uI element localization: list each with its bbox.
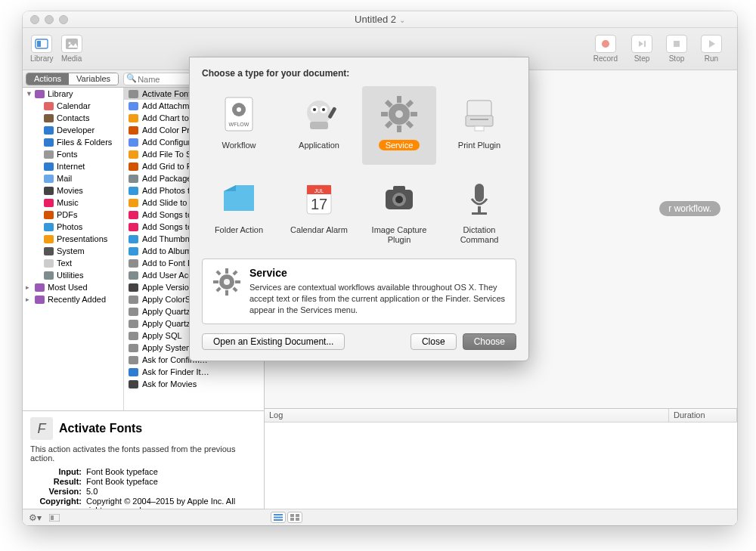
library-item[interactable]: Developer	[23, 124, 123, 136]
toolbar-media[interactable]: Media	[61, 35, 82, 63]
svg-rect-50	[393, 186, 405, 191]
tab-actions[interactable]: Actions	[26, 73, 69, 85]
svg-rect-59	[215, 271, 221, 276]
type-description-box: Service Services are contextual workflow…	[202, 258, 516, 324]
svg-rect-5	[644, 41, 646, 47]
info-title: Activate Fonts	[59, 422, 142, 435]
svg-point-22	[307, 101, 331, 125]
library-item[interactable]: ▼Library	[23, 88, 123, 100]
doctype-calendar-alarm[interactable]: JUL17Calendar Alarm	[282, 171, 356, 249]
doctype-application[interactable]: Application	[282, 86, 356, 165]
library-item[interactable]: Internet	[23, 160, 123, 172]
library-item[interactable]: Presentations	[23, 233, 123, 245]
svg-rect-33	[405, 120, 414, 128]
svg-rect-55	[225, 268, 228, 274]
svg-rect-40	[466, 116, 493, 126]
doctype-print-plugin[interactable]: Print Plugin	[442, 86, 516, 165]
library-item[interactable]: Mail	[23, 172, 123, 184]
chevron-down-icon: ⌄	[399, 16, 405, 24]
doctype-icon: WFLOW	[215, 91, 262, 138]
doctype-dictation-command[interactable]: Dictation Command	[442, 171, 516, 249]
svg-rect-31	[405, 100, 414, 108]
library-item[interactable]: Calendar	[23, 100, 123, 112]
svg-rect-9	[274, 514, 283, 515]
log-view-list[interactable]	[271, 512, 286, 523]
svg-point-3	[68, 42, 70, 45]
library-item[interactable]: PDFs	[23, 209, 123, 221]
workflow-map-icon[interactable]	[49, 511, 60, 525]
svg-rect-32	[411, 112, 417, 116]
svg-point-49	[395, 196, 403, 203]
library-item[interactable]: Text	[23, 257, 123, 269]
gear-icon	[212, 267, 242, 297]
library-item[interactable]: Music	[23, 197, 123, 209]
svg-rect-17	[51, 515, 54, 520]
svg-rect-58	[235, 280, 240, 283]
toolbar-stop[interactable]: Stop	[666, 35, 687, 63]
library-item[interactable]: Contacts	[23, 112, 123, 124]
doctype-image-capture-plugin[interactable]: Image Capture Plugin	[362, 171, 436, 249]
svg-point-21	[237, 107, 241, 112]
svg-rect-14	[290, 518, 294, 521]
library-item[interactable]: Files & Folders	[23, 136, 123, 148]
doctype-icon	[456, 91, 503, 138]
toolbar-run[interactable]: Run	[701, 35, 722, 63]
svg-rect-12	[290, 514, 294, 517]
log-col-duration[interactable]: Duration	[669, 409, 737, 422]
toolbar-library[interactable]: Library	[30, 35, 54, 63]
doctype-icon	[296, 91, 342, 138]
svg-rect-1	[37, 41, 41, 47]
document-type-sheet: Choose a type for your document: WFLOWWo…	[189, 57, 529, 361]
svg-point-4	[602, 40, 609, 48]
library-item[interactable]: Photos	[23, 221, 123, 233]
doctype-workflow[interactable]: WFLOWWorkflow	[202, 86, 276, 165]
toolbar-record[interactable]: Record	[593, 35, 618, 63]
titlebar: Untitled 2⌄	[23, 11, 737, 28]
svg-text:F: F	[38, 421, 47, 436]
svg-rect-57	[213, 280, 218, 283]
workflow-hint: r workflow.	[659, 201, 720, 216]
library-item[interactable]: System	[23, 245, 123, 257]
open-existing-button[interactable]: Open an Existing Document...	[202, 333, 345, 350]
log-pane: Log Duration	[265, 408, 737, 525]
svg-rect-6	[674, 41, 680, 47]
library-tree[interactable]: ▼LibraryCalendarContactsDeveloperFiles &…	[23, 88, 124, 410]
doctype-folder-action[interactable]: Folder Action	[202, 171, 276, 249]
action-row[interactable]: Ask for Finder It…	[124, 366, 264, 378]
doctype-icon	[376, 175, 423, 222]
close-button[interactable]: Close	[411, 333, 457, 350]
svg-rect-60	[232, 287, 237, 293]
log-col-log[interactable]: Log	[265, 409, 669, 422]
sheet-prompt: Choose a type for your document:	[202, 68, 516, 79]
doctype-icon: JUL17	[296, 175, 342, 222]
library-item[interactable]: Movies	[23, 184, 123, 197]
svg-rect-37	[385, 100, 393, 108]
svg-point-38	[395, 110, 403, 118]
svg-point-26	[322, 108, 325, 111]
desc-title: Service	[249, 267, 507, 279]
window-statusbar: ⚙︎▾	[23, 509, 265, 525]
search-icon: 🔍	[126, 73, 137, 83]
choose-button[interactable]: Choose	[463, 333, 516, 350]
library-item[interactable]: ▸Most Used	[23, 281, 123, 293]
svg-rect-41	[470, 119, 488, 120]
doctype-service[interactable]: Service	[362, 86, 436, 165]
library-item[interactable]: ▸Recently Added	[23, 293, 123, 305]
action-row[interactable]: Ask for Movies	[124, 378, 264, 390]
svg-rect-10	[274, 517, 283, 518]
library-item[interactable]: Utilities	[23, 269, 123, 281]
svg-rect-42	[475, 126, 484, 131]
desc-text: Services are contextual workflows availa…	[249, 282, 507, 316]
traffic-lights[interactable]	[30, 15, 68, 24]
library-item[interactable]: Fonts	[23, 148, 123, 160]
font-icon: F	[30, 417, 53, 440]
svg-rect-53	[472, 212, 487, 215]
svg-rect-52	[478, 206, 481, 212]
svg-point-25	[313, 108, 316, 111]
toolbar-step[interactable]: Step	[631, 35, 652, 63]
tab-variables[interactable]: Variables	[69, 73, 118, 85]
doctype-icon	[456, 175, 503, 222]
log-view-grid[interactable]	[287, 512, 302, 523]
gear-icon[interactable]: ⚙︎▾	[29, 512, 42, 523]
svg-rect-51	[475, 184, 484, 202]
